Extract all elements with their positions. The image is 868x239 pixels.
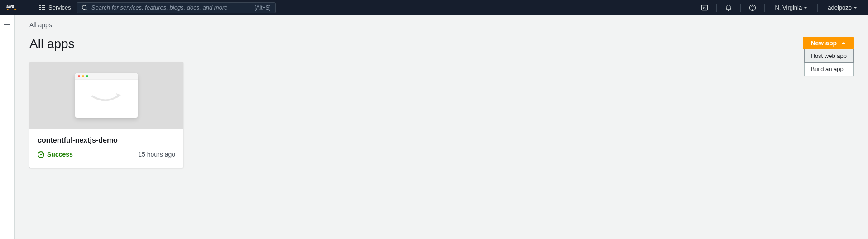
new-app-dropdown: Host web app Build an app: [804, 49, 854, 76]
app-name: contentful-nextjs-demo: [38, 136, 175, 144]
app-card-thumbnail: [29, 62, 183, 129]
services-grid-icon: [39, 5, 45, 10]
new-app-label: New app: [810, 39, 837, 47]
search-hint: [Alt+S]: [254, 5, 271, 11]
breadcrumb[interactable]: All apps: [29, 21, 854, 29]
caret-up-icon: [841, 42, 846, 44]
sidebar-toggle[interactable]: [4, 19, 10, 26]
region-selector[interactable]: N. Virginia: [770, 4, 812, 11]
main-content: All apps All apps New app Host web app B…: [15, 15, 868, 239]
status-badge: Success: [38, 151, 73, 158]
services-button[interactable]: Services: [39, 4, 71, 11]
left-rail: [0, 15, 15, 239]
app-card-body: contentful-nextjs-demo Success 15 hours …: [29, 129, 183, 168]
nav-divider: [817, 4, 818, 12]
success-icon: [38, 151, 44, 158]
svg-line-2: [86, 9, 87, 10]
notifications-button[interactable]: [722, 4, 735, 11]
page-header-row: All apps New app Host web app Build an a…: [29, 37, 854, 51]
nav-divider: [764, 4, 765, 12]
services-label: Services: [48, 4, 71, 11]
new-app-button[interactable]: New app: [803, 37, 854, 49]
dropdown-item-host-web-app[interactable]: Host web app: [804, 49, 854, 63]
nav-divider: [34, 4, 34, 12]
new-app-group: New app Host web app Build an app: [803, 37, 854, 49]
search-icon: [82, 5, 88, 11]
caret-down-icon: [804, 7, 807, 9]
app-status-row: Success 15 hours ago: [38, 151, 175, 158]
dropdown-item-build-app[interactable]: Build an app: [805, 62, 854, 76]
region-label: N. Virginia: [775, 4, 802, 11]
nav-divider: [716, 4, 717, 12]
top-nav: aws Services [Alt+S]: [0, 0, 868, 15]
svg-text:aws: aws: [6, 4, 14, 9]
search-input[interactable]: [91, 4, 254, 11]
caret-down-icon: [854, 7, 857, 9]
nav-divider: [740, 4, 741, 12]
status-label: Success: [47, 151, 73, 158]
page-title: All apps: [29, 37, 75, 51]
time-ago: 15 hours ago: [138, 151, 175, 158]
svg-point-6: [753, 9, 753, 10]
app-card[interactable]: contentful-nextjs-demo Success 15 hours …: [29, 62, 183, 168]
cloudshell-button[interactable]: [698, 4, 711, 11]
nav-right: N. Virginia adelpozo: [698, 4, 862, 12]
account-label: adelpozo: [828, 4, 852, 11]
aws-logo[interactable]: aws: [6, 4, 20, 12]
help-button[interactable]: [746, 4, 759, 11]
account-menu[interactable]: adelpozo: [823, 4, 862, 11]
svg-point-1: [82, 5, 86, 9]
browser-mock-icon: [75, 73, 138, 118]
layout: All apps All apps New app Host web app B…: [0, 15, 868, 239]
search-wrap[interactable]: [Alt+S]: [77, 2, 276, 13]
